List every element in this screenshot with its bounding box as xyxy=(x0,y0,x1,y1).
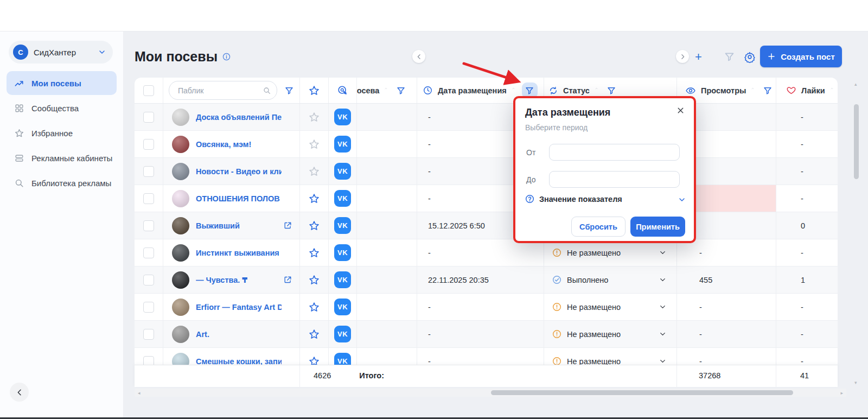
row-checkbox[interactable] xyxy=(143,139,154,150)
reset-button[interactable]: Сбросить xyxy=(571,217,626,237)
favorite-star-icon[interactable] xyxy=(308,166,320,177)
status-sort-control[interactable] xyxy=(593,87,599,94)
scroll-down-arrow[interactable]: ▾ xyxy=(854,380,857,385)
favorite-star-icon[interactable] xyxy=(308,220,320,232)
community-link[interactable]: Инстинкт выживания xyxy=(196,249,279,257)
scroll-left-arrow[interactable]: ◂ xyxy=(138,390,141,396)
metric-toggle-label[interactable]: Значение показателя xyxy=(539,195,622,204)
scroll-up-arrow[interactable]: ▴ xyxy=(854,81,857,87)
vk-badge[interactable]: VK xyxy=(334,190,351,207)
row-checkbox[interactable] xyxy=(143,247,154,258)
vertical-scroll-thumb[interactable] xyxy=(854,104,859,179)
seed-sort-control[interactable] xyxy=(383,87,389,94)
row-checkbox[interactable] xyxy=(143,112,154,123)
favorite-column-icon[interactable] xyxy=(308,85,320,97)
page-title: Мои посевы xyxy=(135,49,218,65)
community-link[interactable]: — Чувства. ₸ xyxy=(196,276,247,284)
favorite-star-icon[interactable] xyxy=(308,328,320,340)
vk-badge[interactable]: VK xyxy=(334,163,351,180)
date-from-input[interactable] xyxy=(549,144,680,161)
date-to-input[interactable] xyxy=(549,171,680,188)
sidebar-item-label: Избранное xyxy=(31,129,73,138)
totals-seed: 4626 xyxy=(314,371,331,380)
close-icon[interactable] xyxy=(676,106,685,115)
vk-badge[interactable]: VK xyxy=(334,244,351,261)
chevron-down-icon[interactable] xyxy=(659,357,667,365)
community-link[interactable]: ОТНОШЕНИЯ ПОЛОВ xyxy=(196,194,280,203)
sidebar-item-grid4[interactable]: Сообщества xyxy=(7,96,117,120)
tags-scroll-left-button[interactable] xyxy=(412,50,425,63)
platform-column-icon[interactable] xyxy=(337,85,348,96)
create-post-button[interactable]: Создать пост xyxy=(760,46,842,67)
seed-filter-icon[interactable] xyxy=(396,86,406,96)
vk-badge[interactable]: VK xyxy=(334,136,351,153)
status-cell[interactable]: Не размещено xyxy=(544,348,676,365)
public-search[interactable] xyxy=(169,81,277,100)
horizontal-scrollbar[interactable]: ◂ ▸ xyxy=(135,389,846,397)
status-icon xyxy=(552,275,562,285)
workspace-selector[interactable]: С СидХантер xyxy=(9,41,113,64)
views-sort-control[interactable] xyxy=(750,87,756,94)
sidebar-item-trend[interactable]: Мои посевы xyxy=(7,71,117,95)
vk-badge[interactable]: VK xyxy=(334,353,351,365)
favorite-star-icon[interactable] xyxy=(308,138,320,150)
vk-badge[interactable]: VK xyxy=(334,299,351,315)
question-icon[interactable] xyxy=(525,194,535,204)
public-search-input[interactable] xyxy=(177,86,263,96)
horizontal-scroll-thumb[interactable] xyxy=(491,390,793,395)
row-checkbox[interactable] xyxy=(143,220,154,231)
workspace-name: СидХантер xyxy=(34,48,98,57)
vk-badge[interactable]: VK xyxy=(334,271,351,288)
settings-gear-icon[interactable] xyxy=(744,51,756,63)
community-link[interactable]: Смешные кошки, запи... xyxy=(196,357,282,366)
chevron-down-icon[interactable] xyxy=(659,303,667,311)
vk-badge[interactable]: VK xyxy=(334,109,351,125)
status-filter-icon[interactable] xyxy=(607,86,616,96)
row-checkbox[interactable] xyxy=(143,302,154,313)
external-link-icon[interactable] xyxy=(283,221,292,230)
external-link-icon[interactable] xyxy=(283,275,292,284)
row-checkbox[interactable] xyxy=(143,275,154,285)
favorite-star-icon[interactable] xyxy=(308,274,320,286)
favorite-star-icon[interactable] xyxy=(308,355,320,366)
scroll-right-arrow[interactable]: ▸ xyxy=(840,390,843,396)
chevron-down-icon[interactable] xyxy=(659,276,667,284)
info-icon[interactable] xyxy=(222,52,231,61)
status-cell[interactable]: Не размещено xyxy=(544,294,676,320)
status-cell[interactable]: Не размещено xyxy=(544,239,676,266)
community-link[interactable]: Erfiorr — Fantasy Art D... xyxy=(196,303,282,312)
vk-badge[interactable]: VK xyxy=(334,326,351,342)
favorite-star-icon[interactable] xyxy=(308,247,320,259)
chevron-down-icon[interactable] xyxy=(678,195,686,204)
community-link[interactable]: Доска объявлений Пе... xyxy=(196,113,282,122)
date-sort-control[interactable] xyxy=(510,87,516,94)
row-checkbox[interactable] xyxy=(143,329,154,340)
row-checkbox[interactable] xyxy=(143,166,154,177)
favorite-star-icon[interactable] xyxy=(308,111,320,123)
sidebar-item-star[interactable]: Избранное xyxy=(7,121,117,145)
favorite-star-icon[interactable] xyxy=(308,301,320,313)
apply-button[interactable]: Применить xyxy=(630,217,685,237)
community-link[interactable]: Выживший xyxy=(196,221,240,230)
status-cell[interactable]: Выполнено xyxy=(544,266,676,293)
chevron-down-icon[interactable] xyxy=(659,249,667,257)
row-checkbox[interactable] xyxy=(143,193,154,204)
vk-badge[interactable]: VK xyxy=(334,217,351,234)
public-filter-icon[interactable] xyxy=(284,86,294,96)
sidebar-item-search[interactable]: Библиотека рекламы xyxy=(7,171,117,195)
row-checkbox[interactable] xyxy=(143,356,154,366)
tags-scroll-right-button[interactable] xyxy=(676,50,689,63)
views-filter-icon[interactable] xyxy=(763,86,773,96)
community-link[interactable]: Овсянка, мэм! xyxy=(196,140,251,149)
favorite-star-icon[interactable] xyxy=(308,193,320,205)
select-all-checkbox[interactable] xyxy=(143,85,154,96)
sidebar-item-rows2[interactable]: Рекламные кабинеты xyxy=(7,146,117,170)
community-link[interactable]: Art. xyxy=(196,330,209,339)
chevron-down-icon[interactable] xyxy=(659,330,667,338)
status-cell[interactable]: Не размещено xyxy=(544,321,676,347)
page-filter-icon[interactable] xyxy=(724,51,735,62)
add-tag-button[interactable]: + xyxy=(695,50,702,64)
likes-sort-control[interactable] xyxy=(829,87,835,94)
community-link[interactable]: Новости - Видео и кли... xyxy=(196,167,282,176)
sidebar-collapse-button[interactable] xyxy=(10,383,29,402)
